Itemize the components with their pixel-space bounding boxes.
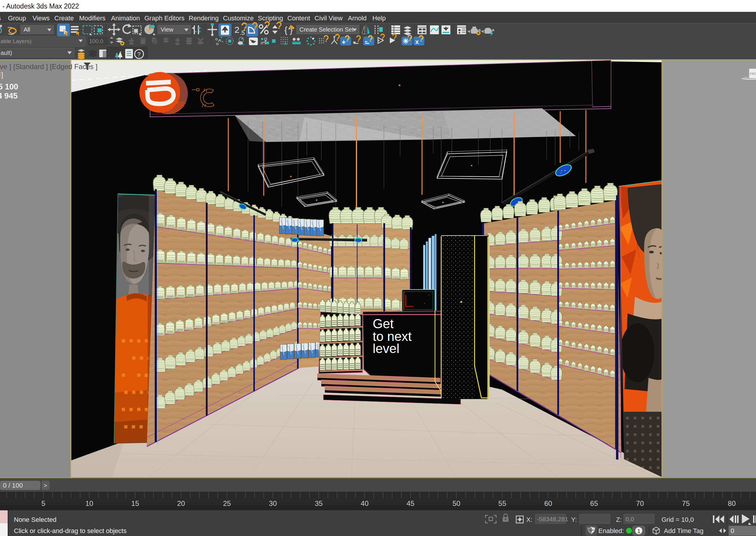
svg-text:100,0: 100,0 xyxy=(89,38,103,44)
svg-text:5: 5 xyxy=(41,499,45,507)
svg-text:?: ? xyxy=(137,51,141,57)
svg-text:Rendering: Rendering xyxy=(189,15,219,22)
svg-text:Help: Help xyxy=(372,15,386,22)
svg-text:View: View xyxy=(161,26,174,33)
svg-text:s: s xyxy=(0,15,1,22)
svg-text:Group: Group xyxy=(8,15,26,22)
svg-text:45: 45 xyxy=(407,499,415,507)
svg-text:Z:: Z: xyxy=(616,516,622,523)
svg-text:2: 2 xyxy=(234,25,239,35)
svg-text:ault): ault) xyxy=(1,50,12,56)
svg-text:-58348,281: -58348,281 xyxy=(537,516,568,522)
svg-text:60: 60 xyxy=(544,499,552,507)
svg-text:5 100: 5 100 xyxy=(0,83,18,91)
svg-text:Add Time Tag: Add Time Tag xyxy=(664,527,704,535)
svg-text:0 / 100: 0 / 100 xyxy=(3,482,23,489)
svg-text:80: 80 xyxy=(728,499,736,507)
svg-text:All: All xyxy=(24,26,30,33)
svg-text:50: 50 xyxy=(452,499,461,507)
svg-text:55: 55 xyxy=(498,499,506,507)
svg-text:Animation: Animation xyxy=(111,15,140,22)
svg-text:Graph Editors: Graph Editors xyxy=(144,15,185,22)
svg-text:A: A xyxy=(284,41,287,46)
svg-text:4 945: 4 945 xyxy=(0,91,18,100)
svg-text:Views: Views xyxy=(32,15,50,22)
svg-text:0,0: 0,0 xyxy=(626,516,634,522)
svg-text:Scripting: Scripting xyxy=(258,15,283,22)
svg-text:75: 75 xyxy=(682,499,690,507)
svg-text:level: level xyxy=(373,341,399,356)
svg-text:Enabled:: Enabled: xyxy=(598,527,624,535)
svg-text:X:: X: xyxy=(526,516,533,523)
svg-text:0: 0 xyxy=(731,527,734,535)
svg-text:able Layers): able Layers) xyxy=(1,38,32,44)
svg-text:65: 65 xyxy=(590,499,598,507)
svg-text:Create Selection Set: Create Selection Set xyxy=(299,26,354,33)
svg-text:x: x xyxy=(415,38,419,46)
svg-text:1: 1 xyxy=(637,528,640,534)
svg-text:Click or click-and-drag to sel: Click or click-and-drag to select object… xyxy=(14,527,126,535)
svg-text:35: 35 xyxy=(315,499,323,507)
svg-text:Civil View: Civil View xyxy=(315,15,343,22)
svg-text:30: 30 xyxy=(269,499,277,507)
svg-text:Modifiers: Modifiers xyxy=(79,15,105,22)
svg-text:FRO: FRO xyxy=(750,72,756,76)
svg-text:Get: Get xyxy=(373,317,394,331)
svg-text:Content: Content xyxy=(287,15,310,22)
svg-text:ive ] [Standard ] [Edged Fac: ive ] [Standard ] [Edged Faces ] xyxy=(0,63,97,71)
svg-text:10: 10 xyxy=(86,499,93,507)
svg-text:Customize: Customize xyxy=(223,15,254,22)
svg-text:Arnold: Arnold xyxy=(348,15,367,22)
svg-text:70: 70 xyxy=(636,499,644,507)
svg-text:15: 15 xyxy=(131,499,139,507)
svg-text:20: 20 xyxy=(177,499,185,507)
svg-text:Grid = 10,0: Grid = 10,0 xyxy=(662,516,694,523)
svg-text:None Selected: None Selected xyxy=(14,516,56,523)
svg-text:Y:: Y: xyxy=(571,516,577,523)
svg-text:- Autodesk 3ds Max 2022: - Autodesk 3ds Max 2022 xyxy=(2,2,79,10)
svg-text:l]: l] xyxy=(0,71,3,79)
svg-text:>: > xyxy=(44,482,47,489)
svg-text:Create: Create xyxy=(54,15,74,22)
svg-text:25: 25 xyxy=(223,499,231,507)
svg-text:40: 40 xyxy=(361,499,368,507)
